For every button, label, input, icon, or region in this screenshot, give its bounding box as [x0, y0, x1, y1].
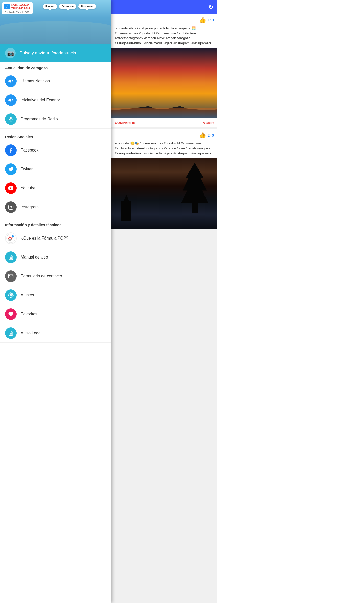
post-1-bottom-actions: COMPARTIR ABRIR [111, 118, 217, 127]
app-banner: ✓ ZARAGOZACIUDADANA Practica la Fórmula … [0, 0, 111, 44]
menu-label-facebook: Facebook [21, 148, 38, 153]
menu-ajustes[interactable]: Ajustes [0, 286, 111, 305]
svg-rect-0 [10, 117, 12, 120]
post-1-actions: 👍 148 [111, 14, 217, 26]
photo-denuncia-label: Pulsa y envía tu fotodenuncia [20, 51, 76, 56]
menu-label-youtube: Youtube [21, 186, 35, 190]
post-1-text: o guarda silencio, al pasar por el Pilar… [111, 26, 217, 48]
tower-silhouette [121, 201, 131, 221]
post-2-text: e la ciudad😄🎭 #buenasnoches #goodnight #… [111, 141, 217, 158]
gear-icon [5, 289, 17, 301]
menu-formulario-contacto[interactable]: Formulario de contacto [0, 267, 111, 286]
twitter-icon [5, 163, 17, 175]
menu-manual-uso[interactable]: Manual de Uso [0, 248, 111, 267]
facebook-icon [5, 144, 17, 156]
menu-programas-radio[interactable]: Programas de Radio [0, 110, 111, 129]
feed-post-1: 👍 148 o guarda silencio, al pasar por el… [111, 14, 217, 127]
megaphone-icon [5, 75, 17, 87]
menu-label-twitter: Twitter [21, 167, 33, 171]
share-button-1[interactable]: COMPARTIR [115, 121, 135, 125]
menu-label-aviso-legal: Aviso Legal [21, 331, 41, 335]
like-count-1: 148 [208, 18, 214, 22]
menu-label-ajustes: Ajustes [21, 293, 34, 297]
post-1-image [111, 48, 217, 118]
doc-icon [5, 251, 17, 263]
open-button-1[interactable]: ABRIR [203, 121, 214, 125]
microphone-icon [5, 113, 17, 125]
speech-bubbles: Pasear Observar Proponer [43, 4, 96, 9]
thumbs-up-icon-2: 👍 [199, 132, 206, 138]
menu-label-contacto: Formulario de contacto [21, 274, 62, 278]
menu-ultimas-noticias[interactable]: Últimas Noticias [0, 72, 111, 91]
app-logo: ✓ ZARAGOZACIUDADANA Practica la Fórmula … [2, 2, 33, 14]
formula-pop-icon [5, 232, 17, 244]
menu-aviso-legal[interactable]: Aviso Legal [0, 324, 111, 343]
navigation-drawer: ✓ ZARAGOZACIUDADANA Practica la Fórmula … [0, 0, 111, 603]
check-icon: ✓ [4, 4, 10, 9]
menu-iniciativas-exterior[interactable]: Iniciativas del Exterior [0, 91, 111, 110]
content-panel: ↻ 👍 148 o guarda silencio, al pasar por … [111, 0, 217, 603]
svg-point-7 [12, 235, 14, 238]
refresh-icon[interactable]: ↻ [208, 4, 213, 11]
menu-label-favoritos: Favoritos [21, 312, 37, 316]
menu-instagram[interactable]: Instagram [0, 198, 111, 217]
svg-rect-8 [9, 239, 12, 240]
like-button-2[interactable]: 👍 246 [199, 132, 214, 138]
menu-label-manual: Manual de Uso [21, 255, 48, 260]
menu-formula-pop[interactable]: ¿Qué es la Fórmula POP? [0, 229, 111, 248]
like-count-2: 246 [208, 133, 214, 137]
tree-silhouette [179, 163, 210, 213]
like-button-1[interactable]: 👍 148 [199, 17, 214, 23]
legal-doc-icon [5, 327, 17, 339]
menu-label-ultimas-noticias: Últimas Noticias [21, 79, 50, 83]
logo-title: ZARAGOZACIUDADANA [11, 3, 31, 10]
bubble-pasear: Pasear [43, 4, 57, 9]
logo-subtitle: Practica la Fórmula POP! [5, 11, 30, 13]
water-reflection [111, 108, 217, 118]
bubble-proponer: Proponer [78, 4, 96, 9]
section-actualidad: Actualidad de Zaragoza [0, 62, 111, 72]
instagram-icon [5, 201, 17, 213]
camera-icon: 📷 [5, 48, 16, 58]
menu-label-radio: Programas de Radio [21, 117, 58, 121]
svg-point-12 [10, 294, 12, 296]
heart-icon [5, 308, 17, 320]
top-bar: ↻ [111, 0, 217, 14]
post-2-actions: 👍 246 [111, 129, 217, 141]
section-informacion: Información y detalles técnicos [0, 219, 111, 229]
megaphone-icon-2 [5, 94, 17, 106]
menu-youtube[interactable]: Youtube [0, 179, 111, 198]
envelope-icon [5, 270, 17, 282]
tower-top [123, 195, 129, 202]
bubble-observar: Observar [59, 4, 76, 9]
photo-denuncia-button[interactable]: 📷 Pulsa y envía tu fotodenuncia [0, 44, 111, 62]
post-2-image [111, 158, 217, 229]
svg-rect-4 [9, 205, 13, 209]
youtube-icon [5, 182, 17, 194]
menu-label-iniciativas: Iniciativas del Exterior [21, 98, 60, 102]
svg-rect-9 [9, 240, 11, 241]
menu-favoritos[interactable]: Favoritos [0, 305, 111, 324]
thumbs-up-icon-1: 👍 [199, 17, 206, 23]
divider-1 [0, 130, 111, 130]
divider-2 [0, 218, 111, 218]
menu-label-instagram: Instagram [21, 205, 39, 209]
section-redes-sociales: Redes Sociales [0, 131, 111, 141]
menu-facebook[interactable]: Facebook [0, 141, 111, 160]
feed-post-2: 👍 246 e la ciudad😄🎭 #buenasnoches #goodn… [111, 129, 217, 229]
menu-label-formula-pop: ¿Qué es la Fórmula POP? [21, 236, 69, 241]
menu-twitter[interactable]: Twitter [0, 160, 111, 179]
